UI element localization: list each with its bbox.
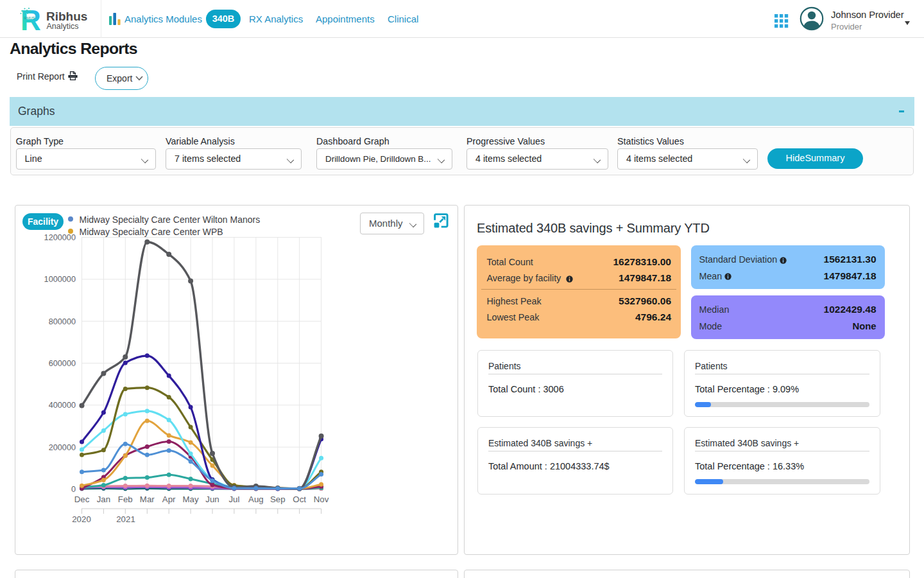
svg-text:Feb: Feb [118,495,133,504]
svg-text:Jan: Jan [97,495,110,504]
svg-text:Aug: Aug [248,495,264,504]
svg-text:May: May [183,495,199,504]
svg-text:0: 0 [71,485,76,494]
svg-text:Mar: Mar [140,495,155,504]
svg-text:800000: 800000 [49,317,76,326]
svg-text:2021: 2021 [116,514,135,524]
svg-text:Dec: Dec [74,495,90,504]
svg-text:2020: 2020 [72,514,91,524]
svg-text:Jun: Jun [205,495,219,504]
svg-text:200000: 200000 [49,443,76,452]
svg-text:Apr: Apr [162,495,176,504]
svg-text:600000: 600000 [49,359,76,368]
svg-text:Sep: Sep [270,495,286,504]
svg-text:1200000: 1200000 [44,233,76,242]
svg-text:400000: 400000 [49,401,76,410]
svg-text:Nov: Nov [314,495,329,504]
svg-text:Oct: Oct [293,495,306,504]
svg-text:1000000: 1000000 [44,275,76,284]
svg-text:Jul: Jul [228,495,239,504]
